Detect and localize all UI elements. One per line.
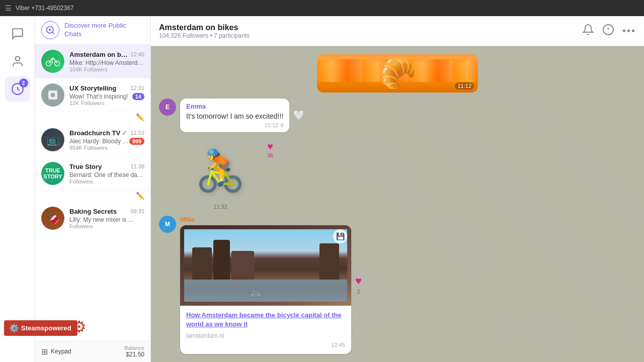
svg-point-0 (15, 56, 20, 61)
grid-icon: ⊞ (41, 347, 48, 356)
food-image-message: 🥐 11:12 (317, 54, 478, 93)
sticker-timestamp: 11:32 (180, 204, 261, 210)
balance-left: ⊞ Keypad (41, 347, 71, 356)
channel-name: Amsterdam on bikes (159, 23, 250, 32)
mike-avatar: M (159, 216, 176, 233)
chat-time-true-story: 11:38 (130, 163, 144, 169)
steam-label: Steamspowered (21, 324, 71, 332)
chat-time-amsterdam: 12:45 (130, 51, 144, 57)
balance-info: Balance $21.50 (124, 345, 144, 358)
sticker-heart-count: 36 (267, 152, 273, 158)
chat-info-baking: Baking Secrets 09:31 Lilly: My new mixer… (69, 208, 144, 229)
chat-info-broadchurch: Broadchurch TV ✓ 11:53 Alec Hardy: Blood… (69, 129, 144, 151)
mike-message-row: M Mike (159, 216, 636, 354)
chat-preview-amsterdam: Mike: Http://How Amsterdam became the bi… (69, 59, 144, 66)
emma-like-btn[interactable]: 🤍 (293, 110, 304, 121)
chat-name-ux: UX Storytelling (69, 84, 116, 92)
svg-line-3 (52, 32, 54, 34)
more-options-btn[interactable]: ••• (622, 25, 636, 37)
balance-amount: $21.50 (124, 351, 144, 358)
discover-text: Discover more Public Chats (64, 22, 144, 39)
save-image-btn[interactable]: 💾 (333, 229, 347, 243)
titlebar: ☰ Viber +731-49502367 (0, 0, 644, 16)
mike-image: 🚲 💾 (180, 225, 351, 306)
chat-followers-baking: Followers (69, 223, 144, 229)
chat-followers-true-story: Followers (69, 178, 144, 185)
edit-icon-true-story[interactable]: ✏️ (136, 192, 144, 200)
chat-followers-ux: 12K Followers (69, 100, 144, 106)
emma-bubble: Emma It's tomorrow! I am so excited!!! 1… (180, 99, 289, 132)
mike-link-title[interactable]: How Amsterdam became the bicycle capital… (186, 311, 345, 329)
emma-sender-name: Emma (186, 103, 283, 110)
public-chats-badge: 2 (19, 78, 28, 87)
steam-watermark: ⚙️ Steamspowered ⚙ (4, 320, 77, 336)
chat-header-actions: ••• (582, 24, 636, 39)
chat-time-broadchurch: 11:53 (130, 130, 144, 136)
discover-bar[interactable]: Discover more Public Chats (35, 16, 150, 45)
messages-area: 🥐 11:12 E Emma It's tomorrow! I am so ex… (151, 46, 644, 362)
chat-time-baking: 09:31 (130, 208, 144, 214)
sidebar-item-public-chats[interactable]: 2 (5, 76, 30, 102)
notifications-btn[interactable] (582, 24, 594, 39)
chat-list: Amsterdam on bikes 12:45 Mike: Http://Ho… (35, 45, 150, 340)
chat-header-info: Amsterdam on bikes 104,326 Followers • 7… (159, 23, 250, 39)
steam-gear-icon: ⚙ (72, 317, 87, 336)
info-btn[interactable] (602, 24, 614, 39)
svg-point-10 (51, 93, 55, 97)
emma-text: It's tomorrow! I am so excited!!! (186, 112, 283, 120)
mike-image-overlay: 🚲 (180, 225, 351, 306)
chat-avatar-broadchurch: 📺 (41, 128, 64, 151)
mike-bubble: 🚲 💾 How Amsterdam became the bicycle cap… (180, 225, 351, 354)
keyboard-label: Keypad (51, 348, 71, 355)
chat-followers-broadchurch: 854K Followers (69, 145, 144, 151)
emma-time: 11:12 (265, 122, 279, 128)
hamburger-icon[interactable]: ☰ (5, 4, 12, 12)
chat-avatar-baking: 🍫 (41, 207, 64, 230)
emma-message-row: E Emma It's tomorrow! I am so excited!!!… (159, 99, 636, 132)
svg-point-8 (52, 57, 54, 59)
chat-item-broadchurch[interactable]: 📺 Broadchurch TV ✓ 11:53 Alec Hardy: Blo… (35, 123, 150, 157)
chat-avatar-ux (41, 83, 64, 107)
emma-avatar: E (159, 99, 176, 116)
chat-time-ux: 12:31 (130, 85, 144, 91)
mike-message-container: Mike (180, 216, 351, 354)
edit-icon-ux[interactable]: ✏️ (136, 113, 144, 121)
svg-point-6 (46, 61, 51, 66)
emma-seen: 9 (280, 122, 283, 128)
sidebar-icons: 2 (0, 16, 35, 362)
chat-item-amsterdam-bikes[interactable]: Amsterdam on bikes 12:45 Mike: Http://Ho… (35, 45, 150, 78)
titlebar-title: Viber +731-49502367 (16, 5, 74, 12)
sidebar-item-chats[interactable] (5, 21, 30, 46)
chat-preview-true-story: Bernard: One of these days, I... (69, 171, 144, 178)
sticker-message: 🚴 ♥ 36 11:32 (180, 138, 261, 210)
chat-info-amsterdam: Amsterdam on bikes 12:45 Mike: Http://Ho… (69, 51, 144, 72)
chat-item-ux-storytelling[interactable]: UX Storytelling 12:31 Wow! That's inspir… (35, 78, 150, 112)
unread-badge-broadchurch: 999 (129, 138, 144, 145)
chat-main: Amsterdam on bikes 104,326 Followers • 7… (151, 16, 644, 362)
mike-heart-side: ♥ 2 (355, 275, 362, 295)
chat-preview-ux: Wow! That's inspiring! (69, 93, 128, 100)
chat-preview-broadchurch: Alec Hardy: Bloody press reporters. Elli… (69, 138, 129, 145)
mike-like-btn[interactable]: ♥ (355, 275, 362, 288)
chat-name-baking: Baking Secrets (69, 208, 117, 215)
mike-time: 12:45 (186, 342, 345, 348)
chat-avatar-true-story: TRUESTORY (41, 162, 64, 185)
chat-info-ux: UX Storytelling 12:31 Wow! That's inspir… (69, 84, 144, 106)
discover-icon (41, 21, 59, 39)
channel-meta: 104,326 Followers • 7 participants (159, 32, 250, 39)
app-container: 2 Discover more Public Chats (0, 16, 644, 362)
mike-sender-name: Mike (180, 216, 351, 223)
sticker-image: 🚴 (180, 138, 261, 204)
balance-label: Balance (124, 345, 144, 351)
food-image-timestamp: 11:12 (455, 82, 474, 89)
sidebar-item-contacts[interactable] (5, 49, 30, 74)
chats-panel: Discover more Public Chats Amste (35, 16, 151, 362)
mike-domain: lamsterdam.nl (186, 332, 224, 339)
chat-name-true-story: True Story (69, 163, 102, 170)
mike-link-content: How Amsterdam became the bicycle capital… (180, 306, 351, 354)
unread-badge-ux: 14 (132, 93, 144, 100)
chat-item-baking[interactable]: 🍫 Baking Secrets 09:31 Lilly: My new mix… (35, 202, 150, 235)
chat-info-true-story: True Story 11:38 Bernard: One of these d… (69, 163, 144, 185)
chat-item-true-story[interactable]: TRUESTORY True Story 11:38 Bernard: One … (35, 157, 150, 191)
emma-meta: 11:12 9 (186, 122, 283, 128)
